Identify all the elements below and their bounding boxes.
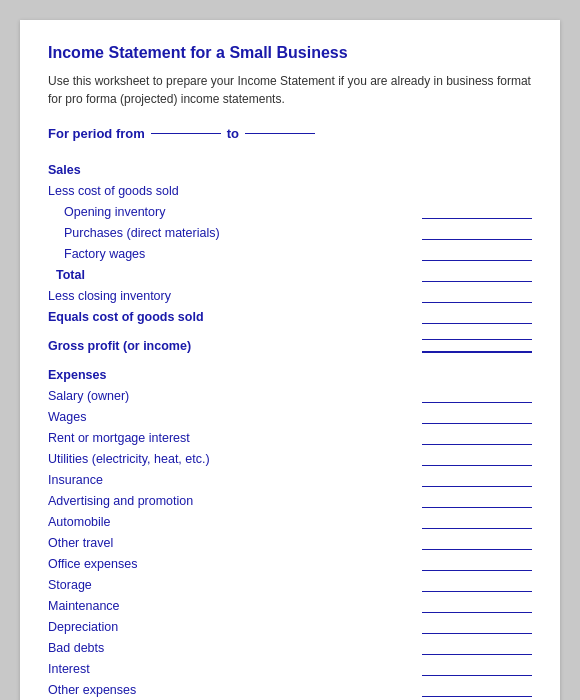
- office-expenses-input[interactable]: [422, 557, 532, 571]
- maintenance-label: Maintenance: [48, 599, 422, 613]
- storage-row: Storage: [48, 574, 532, 592]
- total-label: Total: [48, 268, 422, 282]
- utilities-label: Utilities (electricity, heat, etc.): [48, 452, 422, 466]
- rent-row: Rent or mortgage interest: [48, 427, 532, 445]
- period-from-line[interactable]: [151, 133, 221, 134]
- rent-input[interactable]: [422, 431, 532, 445]
- office-expenses-row: Office expenses: [48, 553, 532, 571]
- depreciation-label: Depreciation: [48, 620, 422, 634]
- insurance-label: Insurance: [48, 473, 422, 487]
- purchases-label: Purchases (direct materials): [48, 226, 422, 240]
- equals-cost-label: Equals cost of goods sold: [48, 310, 422, 324]
- other-travel-label: Other travel: [48, 536, 422, 550]
- other-expenses-row: Other expenses: [48, 679, 532, 697]
- insurance-row: Insurance: [48, 469, 532, 487]
- less-cost-row: Less cost of goods sold: [48, 180, 532, 198]
- equals-cost-input[interactable]: [422, 310, 532, 324]
- maintenance-row: Maintenance: [48, 595, 532, 613]
- sales-label: Sales: [48, 163, 532, 177]
- total-input[interactable]: [422, 268, 532, 282]
- sales-row: Sales: [48, 159, 532, 177]
- wages-label: Wages: [48, 410, 422, 424]
- period-from-label: For period from: [48, 126, 145, 141]
- period-to-line[interactable]: [245, 133, 315, 134]
- opening-inventory-input[interactable]: [422, 205, 532, 219]
- gross-profit-label: Gross profit (or income): [48, 339, 422, 353]
- closing-inventory-input[interactable]: [422, 289, 532, 303]
- advertising-label: Advertising and promotion: [48, 494, 422, 508]
- salary-input[interactable]: [422, 389, 532, 403]
- interest-row: Interest: [48, 658, 532, 676]
- gross-profit-input[interactable]: [422, 339, 532, 353]
- total-row: Total: [48, 264, 532, 282]
- less-cost-label: Less cost of goods sold: [48, 184, 532, 198]
- closing-inventory-label: Less closing inventory: [48, 289, 422, 303]
- interest-input[interactable]: [422, 662, 532, 676]
- factory-wages-label: Factory wages: [48, 247, 422, 261]
- factory-wages-row: Factory wages: [48, 243, 532, 261]
- page-description: Use this worksheet to prepare your Incom…: [48, 72, 532, 108]
- other-travel-input[interactable]: [422, 536, 532, 550]
- period-to-label: to: [227, 126, 239, 141]
- automobile-row: Automobile: [48, 511, 532, 529]
- depreciation-input[interactable]: [422, 620, 532, 634]
- gross-profit-row: Gross profit (or income): [48, 335, 532, 353]
- income-statement-page: Income Statement for a Small Business Us…: [20, 20, 560, 700]
- other-travel-row: Other travel: [48, 532, 532, 550]
- depreciation-row: Depreciation: [48, 616, 532, 634]
- other-expenses-label: Other expenses: [48, 683, 422, 697]
- factory-wages-input[interactable]: [422, 247, 532, 261]
- storage-label: Storage: [48, 578, 422, 592]
- storage-input[interactable]: [422, 578, 532, 592]
- bad-debts-row: Bad debts: [48, 637, 532, 655]
- automobile-input[interactable]: [422, 515, 532, 529]
- opening-inventory-row: Opening inventory: [48, 201, 532, 219]
- interest-label: Interest: [48, 662, 422, 676]
- utilities-row: Utilities (electricity, heat, etc.): [48, 448, 532, 466]
- advertising-input[interactable]: [422, 494, 532, 508]
- expenses-label: Expenses: [48, 368, 532, 382]
- other-expenses-input[interactable]: [422, 683, 532, 697]
- wages-input[interactable]: [422, 410, 532, 424]
- salary-row: Salary (owner): [48, 385, 532, 403]
- period-row: For period from to: [48, 126, 532, 141]
- salary-label: Salary (owner): [48, 389, 422, 403]
- wages-row: Wages: [48, 406, 532, 424]
- insurance-input[interactable]: [422, 473, 532, 487]
- closing-inventory-row: Less closing inventory: [48, 285, 532, 303]
- utilities-input[interactable]: [422, 452, 532, 466]
- bad-debts-input[interactable]: [422, 641, 532, 655]
- advertising-row: Advertising and promotion: [48, 490, 532, 508]
- opening-inventory-label: Opening inventory: [48, 205, 422, 219]
- bad-debts-label: Bad debts: [48, 641, 422, 655]
- purchases-row: Purchases (direct materials): [48, 222, 532, 240]
- equals-cost-row: Equals cost of goods sold: [48, 306, 532, 324]
- office-expenses-label: Office expenses: [48, 557, 422, 571]
- purchases-input[interactable]: [422, 226, 532, 240]
- automobile-label: Automobile: [48, 515, 422, 529]
- page-title: Income Statement for a Small Business: [48, 44, 532, 62]
- expenses-header-row: Expenses: [48, 364, 532, 382]
- rent-label: Rent or mortgage interest: [48, 431, 422, 445]
- maintenance-input[interactable]: [422, 599, 532, 613]
